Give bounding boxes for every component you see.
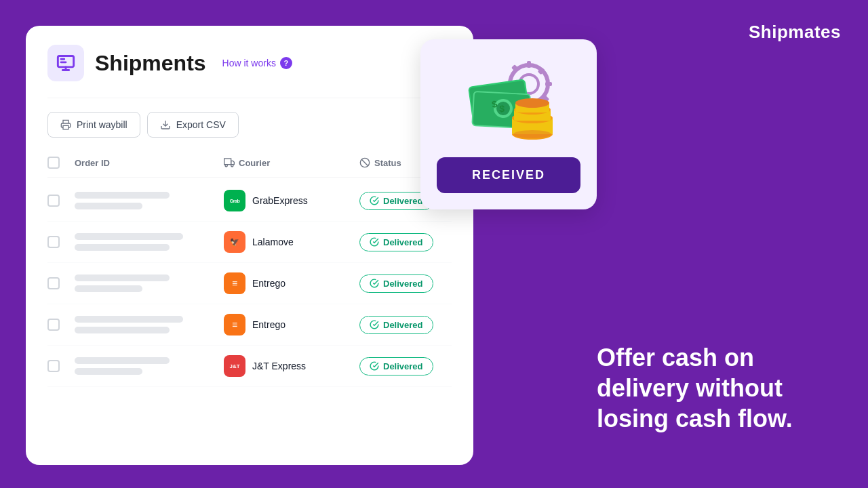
status-cell: Delivered xyxy=(359,316,473,334)
svg-point-41 xyxy=(515,98,549,108)
toolbar: Print waybill Export CSV xyxy=(47,112,452,138)
skeleton-line xyxy=(75,244,170,251)
row-checkbox[interactable] xyxy=(47,319,60,331)
check-circle-icon xyxy=(370,361,379,371)
svg-point-42 xyxy=(513,130,551,138)
status-badge: Delivered xyxy=(359,316,433,334)
card-header: Shipments How it works ? xyxy=(47,45,452,81)
popup-illustration: $ $ xyxy=(454,58,563,146)
check-circle-icon xyxy=(370,196,379,205)
download-icon xyxy=(160,119,171,130)
courier-cell: ≡ Entrego xyxy=(224,314,359,336)
skeleton-line xyxy=(75,203,142,209)
print-icon xyxy=(60,119,71,130)
status-badge: Delivered xyxy=(359,274,433,293)
order-id-cell xyxy=(75,274,224,292)
divider xyxy=(47,98,452,98)
row-checkbox[interactable] xyxy=(47,277,60,289)
header-courier: Courier xyxy=(224,157,359,169)
courier-logo: J&T xyxy=(224,355,245,377)
skeleton-line xyxy=(75,368,142,375)
courier-cell: 🦅 Lalamove xyxy=(224,231,359,253)
svg-text:$: $ xyxy=(499,103,505,114)
skeleton-line xyxy=(75,192,170,199)
table-row: Grab GrabExpress Delivered xyxy=(47,180,452,222)
courier-cell: J&T J&T Express xyxy=(224,355,359,377)
order-id-cell xyxy=(75,192,224,209)
row-checkbox[interactable] xyxy=(47,236,60,248)
table-row: ≡ Entrego Delivered ₱ 280.00 xyxy=(47,304,452,346)
courier-logo: ≡ xyxy=(224,314,245,336)
check-circle-icon xyxy=(370,279,379,288)
table-row: 🦅 Lalamove Delivered ₱ 145.00 xyxy=(47,222,452,263)
header-order-id: Order ID xyxy=(75,157,224,169)
courier-logo: 🦅 xyxy=(224,231,245,253)
status-cell: Delivered xyxy=(359,274,473,293)
row-checkbox[interactable] xyxy=(47,195,60,207)
help-icon: ? xyxy=(280,57,292,69)
skeleton-line xyxy=(75,233,183,240)
status-badge: Delivered xyxy=(359,233,433,251)
table-row: J&T J&T Express Delivered ₱ 210.00 xyxy=(47,346,452,387)
courier-logo: ≡ xyxy=(224,272,245,294)
order-id-cell xyxy=(75,233,224,251)
shipments-icon xyxy=(47,45,84,81)
select-all-checkbox[interactable] xyxy=(47,157,60,169)
check-circle-icon xyxy=(370,320,379,329)
row-checkbox[interactable] xyxy=(47,360,60,372)
svg-rect-3 xyxy=(224,159,231,165)
order-id-cell xyxy=(75,357,224,375)
print-waybill-button[interactable]: Print waybill xyxy=(47,112,140,138)
truck-icon xyxy=(224,157,235,168)
table-body: Grab GrabExpress Delivered xyxy=(47,180,452,387)
skeleton-line xyxy=(75,327,170,333)
skeleton-line xyxy=(75,357,170,364)
svg-line-8 xyxy=(361,159,368,165)
svg-point-6 xyxy=(231,165,233,167)
brand-name: Shipmates xyxy=(749,22,841,43)
status-icon xyxy=(359,157,370,168)
page-title: Shipments xyxy=(95,51,206,76)
order-id-cell xyxy=(75,316,224,333)
header-checkbox-cell xyxy=(47,157,75,169)
svg-rect-11 xyxy=(527,61,531,68)
received-popup: $ $ RECEIVED xyxy=(420,39,597,209)
svg-marker-4 xyxy=(231,161,235,164)
how-it-works-link[interactable]: How it works ? xyxy=(222,57,292,69)
svg-point-5 xyxy=(225,165,227,167)
check-circle-icon xyxy=(370,237,379,247)
main-card: Shipments How it works ? Print waybill E… xyxy=(26,26,473,465)
skeleton-line xyxy=(75,316,183,323)
export-csv-button[interactable]: Export CSV xyxy=(147,112,239,138)
courier-cell: ≡ Entrego xyxy=(224,272,359,294)
skeleton-line xyxy=(75,274,170,281)
skeleton-line xyxy=(75,285,142,292)
status-cell: Delivered xyxy=(359,233,473,251)
svg-rect-1 xyxy=(63,125,68,129)
courier-logo: Grab xyxy=(224,190,245,211)
status-badge: Delivered xyxy=(359,357,433,375)
status-cell: Delivered xyxy=(359,357,473,375)
svg-rect-14 xyxy=(545,82,552,86)
table-header: Order ID Courier Status xyxy=(47,157,452,178)
table-row: ≡ Entrego Delivered ₱ 320.00 xyxy=(47,263,452,304)
courier-cell: Grab GrabExpress xyxy=(224,190,359,211)
promo-text: Offer cash on delivery without losing ca… xyxy=(597,342,827,434)
received-button[interactable]: RECEIVED xyxy=(437,157,580,193)
